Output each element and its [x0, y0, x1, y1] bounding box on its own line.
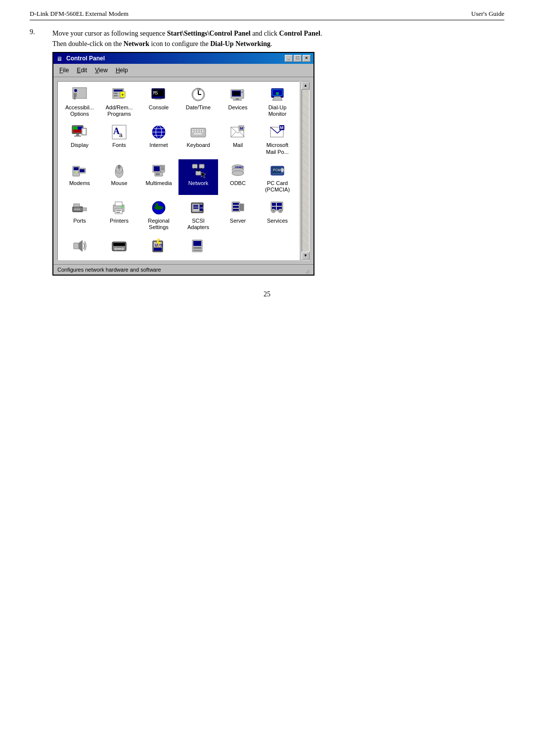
icon-network[interactable]: Network [178, 159, 218, 195]
icon-scsi[interactable]: I/O SCSIAdapters [178, 197, 218, 233]
icon-regional[interactable]: RegionalSettings [139, 197, 178, 233]
svg-rect-152 [193, 241, 201, 246]
icon-grid: Accessibil...Options + [57, 81, 300, 260]
svg-rect-84 [161, 169, 164, 170]
icon-dialup[interactable]: Dial-UpMonitor [258, 84, 297, 119]
svg-rect-37 [74, 136, 81, 137]
svg-point-71 [76, 172, 77, 173]
server-icon [229, 199, 247, 217]
close-button[interactable]: × [303, 55, 311, 62]
restore-button[interactable]: □ [294, 55, 302, 62]
icon-ups[interactable]: UPS [139, 235, 178, 258]
instruction-block: 9. Move your cursor as following sequenc… [30, 28, 504, 276]
svg-point-70 [74, 172, 75, 173]
icon-printers[interactable]: Printers [99, 197, 139, 233]
icon-sounds[interactable] [60, 235, 99, 258]
svg-text:PCMCIA: PCMCIA [273, 168, 285, 172]
svg-text:ODBC: ODBC [235, 166, 244, 169]
icon-keyboard[interactable]: Keyboard [178, 121, 218, 157]
modems-label: Modems [69, 180, 90, 187]
menu-help[interactable]: Help [112, 65, 132, 76]
fonts-label: Fonts [112, 142, 126, 148]
svg-rect-51 [197, 129, 199, 131]
minimize-button[interactable]: _ [285, 55, 293, 62]
svg-point-78 [118, 165, 121, 169]
svg-rect-145 [117, 248, 121, 250]
menu-file[interactable]: File [55, 65, 73, 76]
network-icon [189, 161, 207, 179]
menu-view[interactable]: View [91, 65, 112, 76]
title-buttons[interactable]: _ □ × [285, 55, 311, 62]
addremove-icon: + [110, 86, 128, 103]
tape-icon [110, 237, 128, 255]
icon-ports[interactable]: Ports [60, 197, 99, 233]
svg-rect-58 [202, 131, 204, 133]
svg-rect-74 [80, 169, 85, 172]
svg-rect-6 [114, 90, 123, 92]
svg-rect-154 [193, 250, 201, 251]
icon-msmail[interactable]: M MicrosoftMail Po... [258, 121, 297, 157]
svg-rect-35 [73, 130, 82, 133]
svg-rect-131 [272, 203, 276, 206]
icon-mouse[interactable]: Mouse [99, 159, 139, 195]
scroll-track[interactable] [302, 90, 309, 252]
content-area: Accessibil...Options + [53, 77, 313, 264]
pccard-label: PC Card(PCMCIA) [265, 180, 290, 193]
menu-edit[interactable]: Edit [73, 65, 91, 76]
svg-point-97 [232, 171, 244, 176]
console-label: Console [149, 104, 169, 111]
icon-pccard[interactable]: PCMCIA PC Card(PCMCIA) [258, 159, 297, 195]
svg-line-90 [195, 168, 198, 171]
icon-server[interactable]: Server [218, 197, 258, 233]
svg-text:MS: MS [153, 91, 158, 95]
printers-icon [110, 199, 128, 217]
pccard-icon: PCMCIA [268, 161, 286, 179]
svg-point-114 [121, 206, 123, 208]
icon-extra[interactable] [178, 235, 218, 258]
mouse-icon [110, 161, 128, 179]
titlebar: 🖥 Control Panel _ □ × [53, 53, 313, 64]
icon-addremove[interactable]: + Add/Rem...Programs [99, 84, 139, 119]
datetime-icon: 12 [189, 86, 207, 103]
dialup-icon [268, 86, 286, 103]
svg-text:M: M [280, 125, 284, 130]
header-right: User's Guide [471, 10, 504, 18]
icon-tape[interactable] [99, 235, 139, 258]
svg-rect-69 [74, 167, 79, 170]
svg-rect-59 [193, 133, 202, 135]
icon-display[interactable]: Display [60, 121, 99, 157]
icon-odbc[interactable]: ODBC ODBC [218, 159, 258, 195]
icon-console[interactable]: MS _ Console [139, 84, 178, 119]
svg-rect-49 [192, 129, 194, 131]
svg-rect-39 [83, 129, 86, 134]
server-label: Server [230, 218, 246, 224]
window-icon: 🖥 [56, 54, 64, 62]
fonts-icon: A a [110, 123, 128, 141]
icon-accessibility[interactable]: Accessibil...Options [60, 84, 99, 119]
step-number: 9. [30, 28, 44, 276]
scroll-up-button[interactable]: ▲ [302, 82, 310, 90]
svg-rect-112 [116, 210, 121, 211]
icon-fonts[interactable]: A a Fonts [99, 121, 139, 157]
devices-icon [229, 86, 247, 103]
vertical-scrollbar[interactable]: ▲ ▼ [302, 81, 310, 260]
icon-internet[interactable]: Internet [139, 121, 178, 157]
icon-multimedia[interactable]: Multimedia [139, 159, 178, 195]
svg-rect-15 [155, 98, 162, 99]
icon-services[interactable]: Services [258, 197, 297, 233]
keyboard-label: Keyboard [186, 142, 210, 148]
multimedia-label: Multimedia [145, 180, 172, 187]
svg-rect-125 [233, 203, 239, 205]
resize-grip[interactable] [302, 266, 310, 274]
icon-devices[interactable]: Devices [218, 84, 258, 119]
svg-point-105 [75, 209, 76, 210]
svg-rect-87 [192, 164, 197, 168]
svg-point-136 [272, 210, 274, 212]
icon-datetime[interactable]: 12 Date/Time [178, 84, 218, 119]
dialup-label: Dial-UpMonitor [268, 104, 287, 117]
icon-mail[interactable]: M Mail [218, 121, 258, 157]
svg-marker-140 [79, 240, 83, 252]
icon-modems[interactable]: Modems [60, 159, 99, 195]
scroll-down-button[interactable]: ▼ [302, 252, 310, 260]
page-footer: 25 [30, 290, 504, 298]
